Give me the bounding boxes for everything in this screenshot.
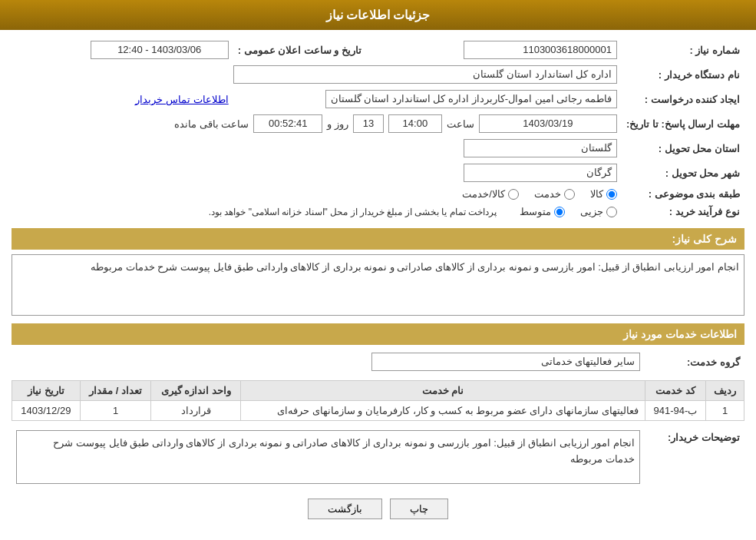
col-date: تاریخ نیاز (12, 381, 81, 401)
general-desc-title: شرح کلی نیاز: (12, 228, 744, 250)
process-jozii-option[interactable]: جزیی (580, 206, 617, 217)
deadline-time-label: ساعت (447, 118, 474, 130)
creator-value: فاطمه رجائی امین اموال-کاربرداز اداره کل… (325, 90, 617, 108)
buyer-notes-label: توضیحات خریدار: (645, 427, 744, 487)
category-both-label: کالا/خدمت (462, 188, 505, 200)
deadline-days: 13 (353, 114, 384, 133)
buyer-org-label: نام دستگاه خریدار : (622, 62, 744, 87)
deadline-time: 14:00 (388, 114, 442, 133)
category-label: طبقه بندی موضوعی : (622, 185, 744, 203)
province-label: استان محل تحویل : (622, 136, 744, 161)
category-khedmat-label: خدمت (534, 188, 561, 200)
city-label: شهر محل تحویل : (622, 161, 744, 185)
cell-date: 1403/12/29 (12, 401, 81, 421)
category-khedmat-option[interactable]: خدمت (534, 188, 575, 200)
process-jozii-label: جزیی (580, 206, 603, 217)
service-group-label: گروه خدمت: (645, 350, 744, 374)
page-title: جزئیات اطلاعات نیاز (326, 8, 431, 22)
service-group-value: سایر فعالیتهای خدماتی (371, 353, 640, 371)
process-motavaset-label: متوسط (520, 206, 551, 217)
category-both-option[interactable]: کالا/خدمت (462, 188, 519, 200)
cell-name: فعالیتهای سازمانهای دارای عضو مربوط به ک… (241, 401, 645, 421)
services-table: ردیف کد خدمت نام خدمت واحد اندازه گیری ت… (12, 380, 744, 421)
announce-value: 1403/03/06 - 12:40 (91, 41, 229, 59)
process-note: پرداخت تمام یا بخشی از مبلغ خریدار از مح… (209, 207, 497, 217)
process-label: نوع فرآیند خرید : (622, 203, 744, 220)
table-row: 1 ب-94-941 فعالیتهای سازمانهای دارای عضو… (12, 401, 744, 421)
page-header: جزئیات اطلاعات نیاز (0, 0, 756, 30)
buyer-notes-box: انجام امور ارزیابی انطباق از قبیل: امور … (16, 430, 640, 484)
cell-index: 1 (706, 401, 744, 421)
button-row: چاپ بازگشت (12, 499, 744, 519)
deadline-days-label: روز و (327, 118, 348, 130)
category-kala-option[interactable]: کالا (590, 188, 617, 200)
col-name: نام خدمت (241, 381, 645, 401)
category-kala-label: کالا (590, 188, 603, 200)
creator-label: ایجاد کننده درخواست : (622, 87, 744, 111)
buyer-org-value: اداره کل استاندارد استان گلستان (233, 65, 617, 84)
province-value: گلستان (464, 139, 617, 157)
deadline-label: مهلت ارسال پاسخ: تا تاریخ: (622, 111, 744, 136)
announce-label: تاریخ و ساعت اعلان عمومی : (233, 38, 377, 62)
print-button[interactable]: چاپ (390, 499, 448, 519)
deadline-remaining: 00:52:41 (253, 114, 322, 133)
city-value: گرگان (464, 164, 617, 182)
cell-code: ب-94-941 (645, 401, 706, 421)
need-number-label: شماره نیاز : (622, 38, 744, 62)
back-button[interactable]: بازگشت (308, 499, 382, 519)
col-index: ردیف (706, 381, 744, 401)
contact-link[interactable]: اطلاعات تماس خریدار (135, 94, 228, 105)
cell-unit: قرارداد (151, 401, 241, 421)
process-motavaset-option[interactable]: متوسط (520, 206, 565, 217)
deadline-date: 1403/03/19 (479, 114, 617, 133)
general-desc-box: انجام امور ارزیابی انطباق از قبیل: امور … (12, 254, 744, 316)
col-unit: واحد اندازه گیری (151, 381, 241, 401)
deadline-remaining-label: ساعت باقی مانده (174, 118, 249, 130)
services-info-title: اطلاعات خدمات مورد نیاز (12, 323, 744, 345)
need-number-value: 1103003618000001 (464, 41, 617, 59)
col-code: کد خدمت (645, 381, 706, 401)
cell-qty: 1 (80, 401, 151, 421)
col-qty: تعداد / مقدار (80, 381, 151, 401)
